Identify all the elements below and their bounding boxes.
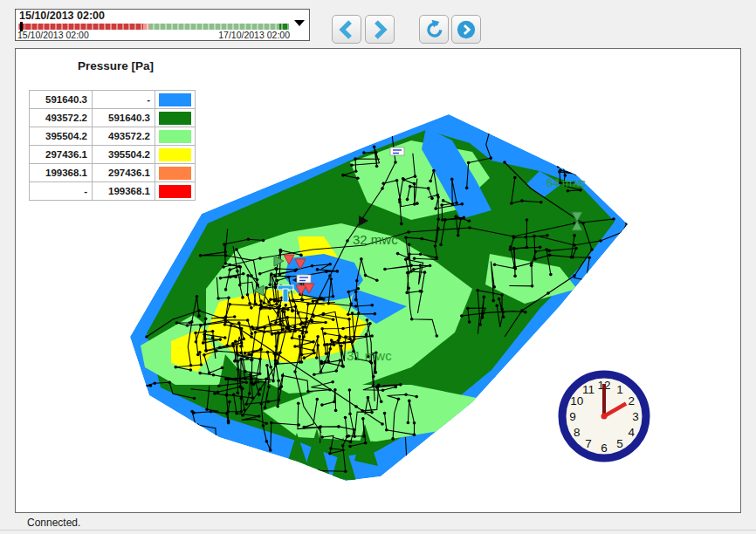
analog-clock: 123456789101112 xyxy=(562,374,646,458)
legend-row: 199368.1297436.1 xyxy=(30,164,196,182)
legend-from: 395504.2 xyxy=(30,127,93,146)
svg-text:32 mwc: 32 mwc xyxy=(353,232,398,247)
svg-text:64 mwc: 64 mwc xyxy=(546,176,586,189)
time-combobox[interactable]: 15/10/2013 02:00 15/10/2013 02:00 17/10/… xyxy=(15,9,310,41)
legend-from: 591640.3 xyxy=(30,91,93,109)
svg-text:10: 10 xyxy=(570,394,583,407)
legend-row: 591640.3- xyxy=(30,91,196,109)
legend-swatch xyxy=(155,182,196,201)
time-slider[interactable] xyxy=(18,24,289,30)
legend-swatch xyxy=(155,127,196,146)
range-end-label: 17/10/2013 02:00 xyxy=(210,30,290,40)
legend-row: -199368.1 xyxy=(30,182,196,201)
svg-text:11: 11 xyxy=(582,383,594,396)
legend-swatch xyxy=(155,109,196,127)
legend-from: 199368.1 xyxy=(30,164,93,182)
range-start-label: 15/10/2013 02:00 xyxy=(17,30,89,40)
svg-text:3: 3 xyxy=(632,410,639,423)
legend-to: 395504.2 xyxy=(93,146,155,164)
reset-button[interactable] xyxy=(419,15,449,44)
chevron-right-icon xyxy=(368,18,391,41)
svg-text:4: 4 xyxy=(628,426,635,439)
chevron-left-icon xyxy=(335,18,358,41)
legend-swatch xyxy=(155,91,196,109)
selected-time-label: 15/10/2013 02:00 xyxy=(19,10,105,23)
svg-text:5: 5 xyxy=(616,437,623,450)
svg-text:2: 2 xyxy=(628,394,635,407)
svg-text:1: 1 xyxy=(616,383,623,396)
legend-to: 493572.2 xyxy=(93,127,155,146)
legend-from: 493572.2 xyxy=(30,109,93,127)
next-timestep-button[interactable] xyxy=(365,15,395,44)
play-button[interactable] xyxy=(451,15,481,44)
legend-from: - xyxy=(30,182,93,201)
status-text: Connected. xyxy=(27,517,80,529)
legend-to: 591640.3 xyxy=(93,109,155,127)
map-panel: 64 mwc32 mwc31 mwc123456789101112 Pressu… xyxy=(15,48,741,513)
pressure-legend: 591640.3-493572.2591640.3395504.2493572.… xyxy=(29,90,196,201)
play-circle-icon xyxy=(455,18,478,41)
svg-text:31 mwc: 31 mwc xyxy=(347,348,392,363)
combobox-dropdown-icon[interactable] xyxy=(294,20,305,26)
svg-text:7: 7 xyxy=(585,437,592,450)
legend-row: 493572.2591640.3 xyxy=(30,109,196,127)
legend-from: 297436.1 xyxy=(30,146,93,164)
reset-arrow-icon xyxy=(423,18,445,41)
app-window: { "window": { "status": "Connected." }, … xyxy=(0,0,756,534)
svg-text:6: 6 xyxy=(601,442,608,455)
bottom-divider xyxy=(0,530,756,531)
legend-swatch xyxy=(155,164,196,182)
svg-text:9: 9 xyxy=(569,410,576,423)
legend-row: 297436.1395504.2 xyxy=(30,146,196,164)
previous-timestep-button[interactable] xyxy=(332,15,361,44)
legend-to: - xyxy=(93,91,155,109)
legend-swatch xyxy=(155,146,196,164)
legend-title: Pressure [Pa] xyxy=(78,59,154,72)
svg-text:8: 8 xyxy=(574,426,581,439)
legend-to: 297436.1 xyxy=(93,164,155,182)
legend-to: 199368.1 xyxy=(93,182,155,201)
legend-row: 395504.2493572.2 xyxy=(30,127,196,146)
time-slider-ticks xyxy=(18,24,289,30)
